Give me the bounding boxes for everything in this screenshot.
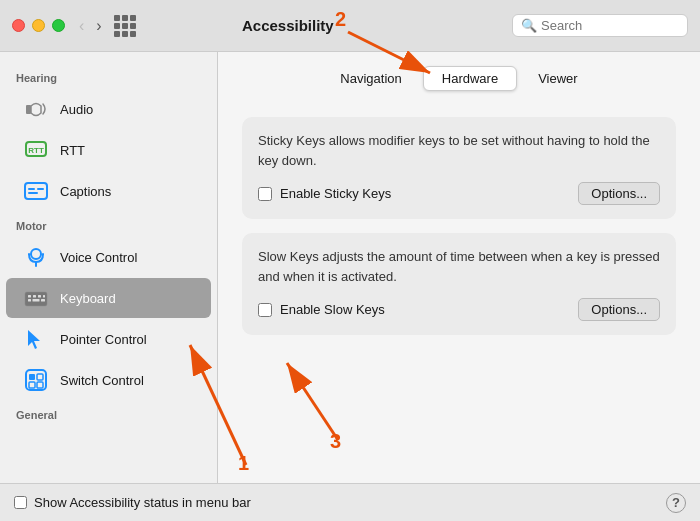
svg-rect-21 bbox=[29, 382, 35, 388]
search-icon: 🔍 bbox=[521, 18, 537, 33]
captions-icon bbox=[22, 177, 50, 205]
svg-rect-20 bbox=[37, 374, 43, 380]
svg-rect-14 bbox=[28, 299, 31, 302]
titlebar: ‹ › Accessibility 🔍 bbox=[0, 0, 700, 52]
svg-rect-5 bbox=[37, 188, 44, 190]
panel-body: Sticky Keys allows modifier keys to be s… bbox=[218, 101, 700, 483]
pointer-control-icon bbox=[22, 325, 50, 353]
tab-hardware[interactable]: Hardware bbox=[423, 66, 517, 91]
minimize-button[interactable] bbox=[32, 19, 45, 32]
sidebar-section-hearing: Hearing bbox=[0, 64, 217, 88]
sidebar-item-pointer-label: Pointer Control bbox=[60, 332, 147, 347]
search-input[interactable] bbox=[541, 18, 681, 33]
tabs-bar: Navigation Hardware Viewer bbox=[218, 52, 700, 101]
close-button[interactable] bbox=[12, 19, 25, 32]
bottom-checkbox-row: Show Accessibility status in menu bar bbox=[14, 495, 666, 510]
sidebar: Hearing Audio R bbox=[0, 52, 218, 483]
sidebar-item-switch-control[interactable]: Switch Control bbox=[6, 360, 211, 400]
bottom-bar: Show Accessibility status in menu bar ? bbox=[0, 483, 700, 521]
sidebar-item-voice-control-label: Voice Control bbox=[60, 250, 137, 265]
sidebar-item-audio[interactable]: Audio bbox=[6, 89, 211, 129]
sidebar-item-captions[interactable]: Captions bbox=[6, 171, 211, 211]
sidebar-item-pointer-control[interactable]: Pointer Control bbox=[6, 319, 211, 359]
window-title: Accessibility bbox=[64, 17, 512, 34]
slow-keys-section: Slow Keys adjusts the amount of time bet… bbox=[242, 233, 676, 335]
svg-rect-10 bbox=[28, 295, 31, 298]
svg-rect-4 bbox=[28, 188, 35, 190]
main-content: Hearing Audio R bbox=[0, 52, 700, 483]
help-button[interactable]: ? bbox=[666, 493, 686, 513]
rtt-icon: RTT bbox=[22, 136, 50, 164]
slow-keys-options-button[interactable]: Options... bbox=[578, 298, 660, 321]
svg-rect-6 bbox=[28, 192, 38, 194]
sidebar-item-audio-label: Audio bbox=[60, 102, 93, 117]
traffic-lights bbox=[12, 19, 65, 32]
svg-rect-16 bbox=[41, 299, 45, 302]
slow-keys-checkbox[interactable] bbox=[258, 303, 272, 317]
svg-marker-17 bbox=[28, 330, 40, 349]
keyboard-icon bbox=[22, 284, 50, 312]
search-box[interactable]: 🔍 bbox=[512, 14, 688, 37]
show-status-label: Show Accessibility status in menu bar bbox=[34, 495, 251, 510]
sticky-keys-row: Enable Sticky Keys Options... bbox=[258, 182, 660, 205]
sidebar-item-rtt[interactable]: RTT RTT bbox=[6, 130, 211, 170]
sticky-keys-checkbox[interactable] bbox=[258, 187, 272, 201]
svg-rect-12 bbox=[38, 295, 41, 298]
sticky-keys-label: Enable Sticky Keys bbox=[280, 186, 570, 201]
sticky-keys-options-button[interactable]: Options... bbox=[578, 182, 660, 205]
svg-rect-22 bbox=[37, 382, 43, 388]
svg-rect-13 bbox=[43, 295, 45, 298]
audio-icon bbox=[22, 95, 50, 123]
switch-control-icon bbox=[22, 366, 50, 394]
sidebar-item-switch-label: Switch Control bbox=[60, 373, 144, 388]
right-panel: Navigation Hardware Viewer Sticky Keys a… bbox=[218, 52, 700, 483]
tab-navigation[interactable]: Navigation bbox=[321, 66, 420, 91]
sticky-keys-description: Sticky Keys allows modifier keys to be s… bbox=[258, 131, 660, 170]
sticky-keys-section: Sticky Keys allows modifier keys to be s… bbox=[242, 117, 676, 219]
tab-viewer[interactable]: Viewer bbox=[519, 66, 597, 91]
sidebar-item-voice-control[interactable]: Voice Control bbox=[6, 237, 211, 277]
svg-rect-3 bbox=[25, 183, 47, 199]
slow-keys-row: Enable Slow Keys Options... bbox=[258, 298, 660, 321]
voice-control-icon bbox=[22, 243, 50, 271]
svg-rect-11 bbox=[33, 295, 36, 298]
svg-point-7 bbox=[31, 249, 41, 259]
svg-rect-19 bbox=[29, 374, 35, 380]
sidebar-section-motor: Motor bbox=[0, 212, 217, 236]
slow-keys-label: Enable Slow Keys bbox=[280, 302, 570, 317]
svg-text:RTT: RTT bbox=[28, 146, 44, 155]
sidebar-section-general: General bbox=[0, 401, 217, 425]
sidebar-item-captions-label: Captions bbox=[60, 184, 111, 199]
svg-rect-15 bbox=[33, 299, 40, 302]
sidebar-item-keyboard[interactable]: Keyboard bbox=[6, 278, 211, 318]
slow-keys-description: Slow Keys adjusts the amount of time bet… bbox=[258, 247, 660, 286]
show-status-checkbox[interactable] bbox=[14, 496, 27, 509]
sidebar-item-rtt-label: RTT bbox=[60, 143, 85, 158]
sidebar-item-keyboard-label: Keyboard bbox=[60, 291, 116, 306]
